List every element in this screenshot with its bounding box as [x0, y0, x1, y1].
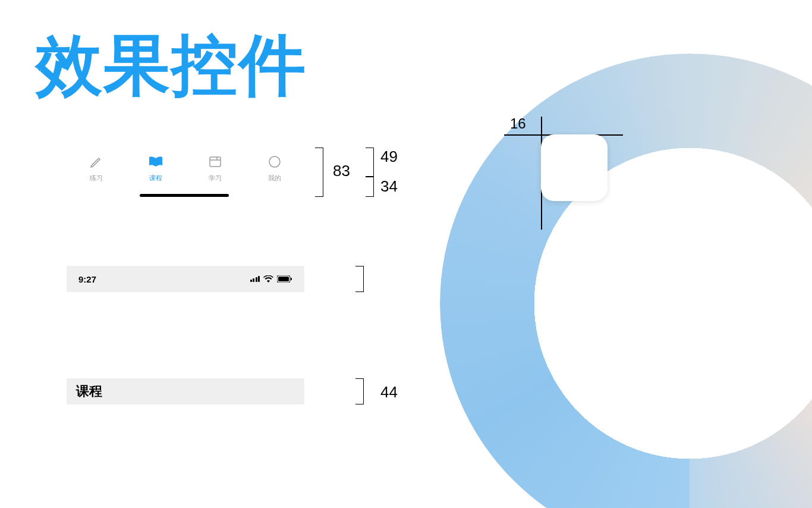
tab-course[interactable]: 课程 [126, 148, 185, 197]
nav-bar-sample: 课程 [67, 378, 304, 404]
bracket [355, 378, 364, 404]
status-icons [250, 275, 293, 283]
card-spec: 16 [504, 117, 635, 247]
bracket [315, 148, 323, 197]
measure-nav-height: 44 [380, 383, 398, 402]
tab-label: 我的 [268, 174, 281, 183]
status-bar-sample: 9:27 [67, 266, 304, 292]
tab-study[interactable]: 学习 [185, 148, 245, 197]
svg-point-1 [269, 156, 280, 167]
circle-icon [265, 152, 284, 171]
cellular-signal-icon [250, 276, 260, 282]
status-time: 9:27 [78, 274, 96, 284]
measure-card-radius: 16 [510, 115, 526, 132]
nav-title: 课程 [76, 382, 102, 400]
tab-label: 课程 [149, 174, 162, 183]
card-sample [541, 134, 608, 201]
page-title: 效果控件 [36, 21, 307, 111]
bracket [355, 266, 364, 292]
measure-tab-content: 49 [380, 148, 398, 166]
pencil-icon [87, 152, 106, 171]
study-icon [206, 152, 225, 171]
bracket [366, 177, 374, 197]
tab-label: 学习 [209, 174, 222, 183]
wifi-icon [263, 275, 273, 283]
tab-bar-sample: 练习 课程 学习 我的 [67, 148, 304, 197]
tab-mine[interactable]: 我的 [245, 148, 304, 197]
tab-label: 练习 [90, 174, 103, 183]
battery-icon [277, 275, 292, 283]
measure-tab-home: 34 [380, 177, 398, 196]
svg-rect-0 [210, 157, 221, 167]
home-indicator [140, 194, 229, 197]
svg-rect-3 [278, 277, 289, 281]
measure-tab-total: 83 [333, 162, 350, 180]
book-open-icon [146, 152, 165, 171]
svg-rect-4 [291, 278, 292, 280]
tab-practice[interactable]: 练习 [67, 148, 126, 197]
bracket [366, 148, 374, 177]
